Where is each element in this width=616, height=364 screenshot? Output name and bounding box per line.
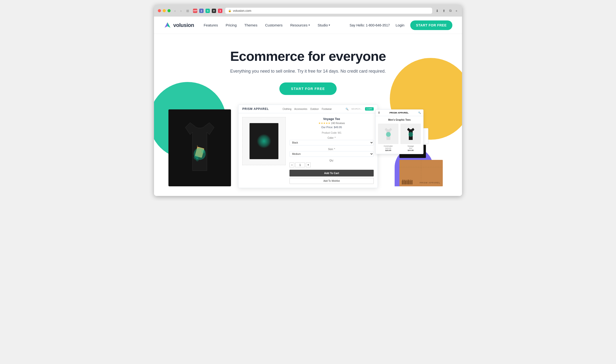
qty-controls: − + xyxy=(290,163,374,167)
login-link[interactable]: Login xyxy=(396,23,404,27)
svg-point-7 xyxy=(201,150,205,153)
nav-right: Say Hello: 1-800-646-3517 Login START FO… xyxy=(350,20,452,30)
features-link[interactable]: Features xyxy=(203,23,218,27)
mockup-cart-button[interactable]: CART xyxy=(365,107,374,111)
nav-links: Features Pricing Themes Customers Resour… xyxy=(203,23,349,27)
mobile-product-item: Commuter $49.95 $29.95 xyxy=(378,124,399,152)
download-button[interactable]: ⬇ xyxy=(435,8,439,13)
color-select[interactable]: Black xyxy=(290,140,374,145)
mobile-store-name: PRISM APPAREL xyxy=(389,112,409,114)
barcode xyxy=(402,180,413,184)
add-to-cart-button[interactable]: Add To Cart xyxy=(290,170,374,176)
start-free-nav-button[interactable]: START FOR FREE xyxy=(410,20,452,30)
mockup-product-image xyxy=(242,117,286,165)
url-display: volusion.com xyxy=(233,9,251,13)
mockup-body: Voyage Tee ★★★★★ 240 Reviews Our Price: … xyxy=(239,113,377,188)
svg-marker-2 xyxy=(165,22,167,28)
size-select[interactable]: Medium xyxy=(290,151,374,157)
close-button[interactable] xyxy=(158,9,161,12)
sidebar-toggle-button[interactable]: ⊞ xyxy=(185,8,190,13)
tshirt-dot-design xyxy=(257,134,271,148)
minimize-button[interactable] xyxy=(163,9,166,12)
qty-decrease-button[interactable]: − xyxy=(290,163,294,167)
product-code: Product Code: W1 xyxy=(290,131,374,134)
forward-button[interactable]: › xyxy=(179,8,183,13)
adblock-icon[interactable]: ABP xyxy=(193,9,197,13)
add-to-wishlist-button[interactable]: Add To Wishlist xyxy=(290,178,374,184)
mobile-search-icon: 🔍 xyxy=(418,112,421,114)
themes-link[interactable]: Themes xyxy=(244,23,257,27)
main-navigation: volusion Features Pricing Themes Custome… xyxy=(154,17,462,34)
bar-icon[interactable]: || xyxy=(199,9,203,13)
logo-link[interactable]: volusion xyxy=(164,21,194,29)
hero-section: Ecommerce for everyone Everything you ne… xyxy=(154,34,462,196)
svg-marker-1 xyxy=(167,22,170,28)
mobile-product-image-1 xyxy=(378,124,399,144)
address-bar[interactable]: 🔒 volusion.com xyxy=(225,8,432,14)
tshirt-left-image xyxy=(168,109,231,186)
pricing-link[interactable]: Pricing xyxy=(226,23,237,27)
mockup-nav-links: Clothing Accessories Outdoor Footwear xyxy=(282,108,332,110)
color-field: Color: * Black xyxy=(290,137,374,145)
svg-point-8 xyxy=(196,158,199,161)
resources-dropdown[interactable]: Resources ▾ xyxy=(290,23,310,27)
tshirt-svg xyxy=(176,118,224,178)
logo-text: volusion xyxy=(173,22,194,28)
mobile-tshirt-1-svg xyxy=(382,127,394,141)
mockup-store-name: PRISM APPAREL xyxy=(242,107,269,111)
volusion-logo-icon xyxy=(164,21,171,29)
traffic-lights xyxy=(158,9,171,12)
pocket-icon[interactable]: ❯ xyxy=(218,9,222,13)
shield-icon[interactable]: ⊘ xyxy=(212,9,216,13)
customers-link[interactable]: Customers xyxy=(265,23,283,27)
svg-point-9 xyxy=(386,132,391,137)
start-free-hero-button[interactable]: START FOR FREE xyxy=(279,82,336,95)
resources-chevron-icon: ▾ xyxy=(308,24,310,27)
new-tab-button[interactable]: ⧉ xyxy=(449,8,452,13)
studio-dropdown[interactable]: Studio ▾ xyxy=(318,23,330,27)
add-tab-button[interactable]: + xyxy=(455,8,458,13)
mobile-product-image-2 xyxy=(401,124,421,144)
qty-increase-button[interactable]: + xyxy=(306,163,311,167)
back-button[interactable]: ‹ xyxy=(174,8,177,13)
shipping-box: PRISM APPAREL xyxy=(400,160,443,186)
qty-input[interactable] xyxy=(295,163,305,167)
mobile-product-grid: Men's Graphic Tees Commuter xyxy=(376,116,423,154)
browser-extensions: ABP || G ⊘ ❯ xyxy=(193,9,222,13)
svg-point-10 xyxy=(408,132,413,137)
maximize-button[interactable] xyxy=(167,9,171,12)
desktop-store-mockup: PRISM APPAREL Clothing Accessories Outdo… xyxy=(238,104,378,188)
share-button[interactable]: ⬆ xyxy=(442,8,446,13)
grammarly-icon[interactable]: G xyxy=(205,9,210,13)
tshirt-small xyxy=(250,123,278,159)
tshirt-design xyxy=(168,109,231,186)
hero-title: Ecommerce for everyone xyxy=(164,48,452,64)
lock-icon: 🔒 xyxy=(228,9,231,12)
studio-chevron-icon: ▾ xyxy=(329,24,330,27)
website-content: volusion Features Pricing Themes Custome… xyxy=(154,17,462,196)
hero-images-section: PRISM APPAREL Clothing Accessories Outdo… xyxy=(164,104,452,186)
mobile-store-mockup: ☰ PRISM APPAREL 🔍 Men's Graphic Tees xyxy=(375,109,424,154)
product-price: Our Price: $49.95 xyxy=(290,126,374,129)
product-title: Voyage Tee xyxy=(290,117,374,121)
browser-toolbar: ⬇ ⬆ ⧉ + xyxy=(435,8,458,13)
say-hello-text: Say Hello: 1-800-646-3517 xyxy=(350,23,390,27)
mockup-header: PRISM APPAREL Clothing Accessories Outdo… xyxy=(239,105,377,113)
mockup-product-info: Voyage Tee ★★★★★ 240 Reviews Our Price: … xyxy=(290,117,374,184)
mobile-products-grid: Commuter $49.95 $29.95 xyxy=(378,124,421,152)
mobile-category-title: Men's Graphic Tees xyxy=(378,118,421,121)
size-field: Size: * Medium xyxy=(290,148,374,157)
mockup-actions: 🔍 SEARCH... CART xyxy=(346,107,374,111)
mobile-mockup-header: ☰ PRISM APPAREL 🔍 xyxy=(376,110,423,116)
product-stars: ★★★★★ 240 Reviews xyxy=(290,122,374,125)
mobile-tshirt-2-svg xyxy=(405,127,417,141)
mobile-product-item-2: Voyage $## $##.95 xyxy=(401,124,421,152)
mobile-menu-icon: ☰ xyxy=(378,112,380,114)
mockup-search-icon: 🔍 xyxy=(346,108,348,110)
qty-field: Qty: − + xyxy=(290,159,374,167)
